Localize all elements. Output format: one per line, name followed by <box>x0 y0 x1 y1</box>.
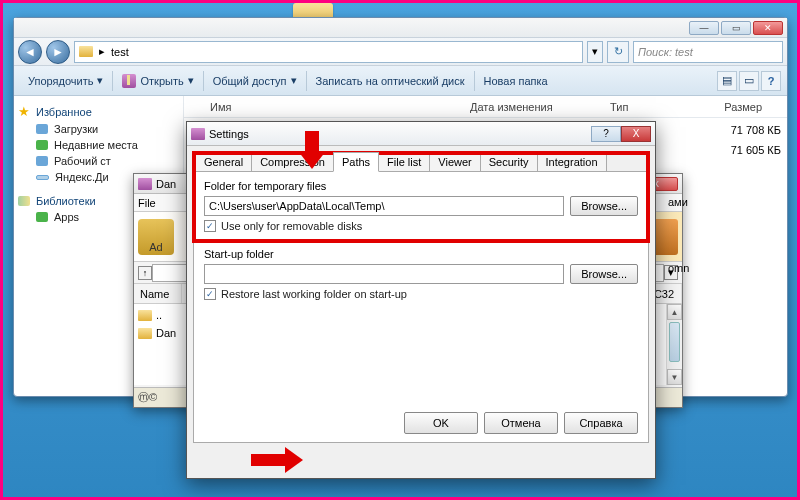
chk-removable[interactable]: ✓ Use only for removable disks <box>204 220 638 232</box>
winrar-col-name[interactable]: Name <box>134 284 182 303</box>
dialog-close-button[interactable]: X <box>621 126 651 142</box>
folder-icon <box>79 46 93 57</box>
dialog-help-button[interactable]: ? <box>591 126 621 142</box>
file-size: 71 708 КБ <box>721 124 781 136</box>
search-placeholder: Поиск: test <box>638 46 693 58</box>
breadcrumb-drop[interactable]: ▾ <box>587 41 603 63</box>
dialog-body: General Compression Paths File list View… <box>187 146 655 449</box>
breadcrumb-text: test <box>111 46 129 58</box>
close-button[interactable]: ✕ <box>753 21 783 35</box>
browse-temp-button[interactable]: Browse... <box>570 196 638 216</box>
new-folder-button[interactable]: Новая папка <box>476 66 556 95</box>
dialog-title: Settings <box>209 128 249 140</box>
winrar-menu-file[interactable]: File <box>138 197 156 209</box>
breadcrumb-arrow: ▸ <box>99 45 105 58</box>
downloads-icon <box>36 124 48 134</box>
back-button[interactable]: ◄ <box>18 40 42 64</box>
maximize-button[interactable]: ▭ <box>721 21 751 35</box>
winrar-col-peek: omn <box>668 242 689 294</box>
checkbox-icon: ✓ <box>204 288 216 300</box>
dialog-titlebar: Settings ? X <box>187 122 655 146</box>
col-type[interactable]: Тип <box>606 101 706 113</box>
sidebar-downloads[interactable]: Загрузки <box>18 121 179 137</box>
file-size: 71 605 КБ <box>721 144 781 156</box>
checkbox-icon: ✓ <box>204 220 216 232</box>
column-headers: Имя Дата изменения Тип Размер <box>184 96 787 118</box>
winrar-icon <box>138 178 152 190</box>
temp-path-input[interactable]: C:\Users\user\AppData\Local\Temp\ <box>204 196 564 216</box>
apps-icon <box>36 212 48 222</box>
folder-icon <box>138 310 152 321</box>
star-icon: ★ <box>18 104 30 119</box>
winrar-icon <box>191 128 205 140</box>
winrar-col-peek: ами <box>668 176 689 228</box>
archive-icon <box>122 74 136 88</box>
burn-button[interactable]: Записать на оптический диск <box>308 66 473 95</box>
tab-integration[interactable]: Integration <box>537 152 607 172</box>
yandex-disk-icon <box>36 175 49 180</box>
cancel-button[interactable]: Отмена <box>484 412 558 434</box>
tab-filelist[interactable]: File list <box>378 152 430 172</box>
chk-restore[interactable]: ✓ Restore last working folder on start-u… <box>204 288 638 300</box>
address-row: ◄ ► ▸ test ▾ ↻ Поиск: test <box>14 38 787 66</box>
help-button[interactable]: Справка <box>564 412 638 434</box>
startup-path-input[interactable] <box>204 264 564 284</box>
desktop-icon <box>36 156 48 166</box>
settings-dialog: Settings ? X General Compression Paths F… <box>186 121 656 479</box>
tab-general[interactable]: General <box>195 152 252 172</box>
tab-security[interactable]: Security <box>480 152 538 172</box>
winrar-title: Dan <box>156 178 176 190</box>
winrar-vscroll[interactable]: ▲▼ <box>666 304 682 385</box>
label-temp-folder: Folder for temporary files <box>204 180 638 192</box>
organize-button[interactable]: Упорядочить ▾ <box>20 66 111 95</box>
browse-startup-button[interactable]: Browse... <box>570 264 638 284</box>
help-button[interactable]: ? <box>761 71 781 91</box>
ok-button[interactable]: OK <box>404 412 478 434</box>
winrar-add-button[interactable]: Ad <box>138 219 174 255</box>
sidebar-favorites[interactable]: ★Избранное <box>18 102 179 121</box>
forward-button[interactable]: ► <box>46 40 70 64</box>
sidebar-recent[interactable]: Недавние места <box>18 137 179 153</box>
tab-paths[interactable]: Paths <box>333 152 379 172</box>
dialog-footer: OK Отмена Справка <box>404 412 638 434</box>
view-button[interactable]: ▤ <box>717 71 737 91</box>
libraries-icon <box>18 196 30 206</box>
label-startup-folder: Start-up folder <box>204 248 638 260</box>
recent-icon <box>36 140 48 150</box>
sidebar-desktop[interactable]: Рабочий ст <box>18 153 179 169</box>
tab-viewer[interactable]: Viewer <box>429 152 480 172</box>
refresh-button[interactable]: ↻ <box>607 41 629 63</box>
tab-compression[interactable]: Compression <box>251 152 334 172</box>
share-button[interactable]: Общий доступ ▾ <box>205 66 305 95</box>
col-modified[interactable]: Дата изменения <box>466 101 606 113</box>
tab-panel: Folder for temporary files C:\Users\user… <box>193 171 649 443</box>
explorer-toolbar: Упорядочить ▾ Открыть ▾ Общий доступ ▾ З… <box>14 66 787 96</box>
minimize-button[interactable]: — <box>689 21 719 35</box>
open-button[interactable]: Открыть ▾ <box>114 66 201 95</box>
preview-pane-button[interactable]: ▭ <box>739 71 759 91</box>
col-name[interactable]: Имя <box>206 101 466 113</box>
explorer-titlebar: — ▭ ✕ <box>14 18 787 38</box>
search-input[interactable]: Поиск: test <box>633 41 783 63</box>
breadcrumb[interactable]: ▸ test <box>74 41 583 63</box>
tab-strip: General Compression Paths File list View… <box>193 152 649 172</box>
folder-icon <box>138 328 152 339</box>
up-icon[interactable]: ↑ <box>138 266 152 280</box>
col-size[interactable]: Размер <box>706 101 766 113</box>
